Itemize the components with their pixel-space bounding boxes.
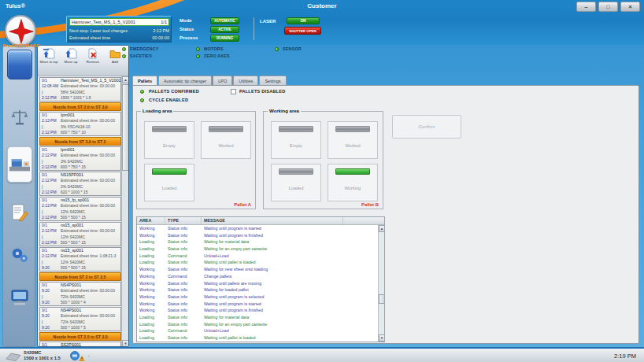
job-list-item[interactable]: 0/1 2:12 PM | 2:12 PM Ipm001 Estimated s… [39, 146, 121, 171]
move-to-top-button[interactable]: Move to top [38, 46, 60, 75]
job-list-item[interactable]: 0/1 2:12 PM | 2:12 PM NS15PF001 Estimate… [39, 172, 121, 196]
job-name: NS4PS001 [61, 308, 120, 313]
working-area-title: Working area [268, 109, 301, 113]
message-table-scrollbar[interactable]: ▲ ▼ [378, 225, 384, 342]
sidebar-item-home[interactable] [7, 50, 32, 79]
pallet-bar [279, 168, 313, 175]
safeties-led-icon [122, 54, 126, 58]
job-estimated-time: Estimated sheet time: 00:00:00 [61, 83, 120, 89]
job-list-scrollbar[interactable]: ▲ ▼ [121, 76, 128, 347]
sidebar-item-terminal[interactable] [7, 282, 32, 313]
scroll-down-icon[interactable]: ▼ [122, 340, 129, 347]
tab-utilities[interactable]: Utilities [233, 76, 258, 85]
nozzle-change-separator[interactable]: Nozzle from ST 3.0 to ST 2 [39, 137, 121, 146]
job-item-times: 0/1 2:13 PM | 2:12 PM [40, 113, 59, 135]
job-sheet-dimensions: 500 * 500 * 15 [61, 265, 120, 271]
pallets-disabled-checkbox[interactable] [231, 89, 236, 94]
col-type: TYPE [165, 217, 202, 224]
job-material: 12% S420MC [61, 235, 120, 240]
message-type: Command [165, 327, 202, 334]
message-area: Working [137, 294, 165, 301]
remove-button[interactable]: Remove [82, 46, 104, 75]
tab-lpo[interactable]: LPO [213, 76, 232, 85]
message-type: Status info [165, 238, 202, 246]
machine-warning-icon[interactable] [69, 351, 85, 362]
job-item-details: ns15_fp_sp001 Estimated sheet time: 00:0… [61, 198, 120, 220]
confirm-button[interactable]: Confirm [392, 115, 461, 139]
nozzle-change-separator[interactable]: Nozzle from ST 2.0 to ST 3.0 [39, 102, 121, 111]
job-slot: 0/1 [42, 248, 59, 253]
program-info-panel: Hannover_Test_MS_1_5_V2001 1/1 Next stop… [66, 16, 172, 42]
job-scroll-thumb[interactable] [122, 84, 129, 171]
job-material: 3% S420MC [61, 159, 120, 164]
nozzle-change-separator[interactable]: Nozzle from ST 2 to ST 2.5 [39, 272, 121, 281]
message-area: Working [137, 232, 165, 239]
job-list-item[interactable]: 0/1 2:12 PM | 9:20 ns15_sp001 Estimated … [39, 247, 121, 272]
job-time-connector: | [42, 184, 59, 190]
sidebar-item-tools[interactable] [7, 239, 32, 271]
zero-axes-led-icon [196, 54, 200, 58]
tulus-application-window: Tulus® Customer – □ × ProSOFTWARE Hannov… [0, 0, 644, 362]
message-type: Status info [165, 280, 202, 287]
next-stop-row: Next stop: Laser tool changes 2:12 PM [69, 28, 169, 34]
job-slot: 0/1 [42, 172, 59, 178]
window-controls: – □ × [576, 2, 640, 12]
scroll-down-icon[interactable]: ▼ [379, 334, 385, 342]
move-up-button[interactable]: Move up [60, 46, 82, 75]
job-time-connector: | [42, 260, 59, 265]
sidebar-item-reports[interactable] [7, 197, 32, 228]
job-sheet-dimensions: 600 * 750 * 15 [61, 164, 120, 170]
sidebar-item-scales[interactable] [7, 102, 32, 132]
cell-label: Empty [272, 143, 320, 148]
next-stop-label: Next stop: Laser tool changes [69, 28, 128, 34]
job-material: 12% S420MC [61, 260, 120, 265]
message-type: Status info [165, 314, 202, 321]
message-row: Working Status info Waiting until progra… [137, 294, 378, 301]
message-type: Status info [165, 232, 202, 239]
job-list-item[interactable]: 0/1 2:13 PM | 2:12 PM Ipm001 Estimated s… [39, 112, 121, 136]
message-text: Waiting for new sheet onto loading [202, 266, 378, 273]
sidebar-item-pallets[interactable] [7, 146, 32, 183]
message-area: Working [137, 301, 165, 308]
message-row: Working Status info Waiting until pallet… [137, 280, 378, 287]
message-text: Waiting until program is started [202, 225, 378, 232]
emergency-led-icon [122, 47, 126, 51]
report-icon [10, 203, 29, 222]
job-end-time: 9:20 [42, 265, 59, 271]
maximize-button[interactable]: □ [598, 2, 618, 12]
job-list-item[interactable]: 0/1 2:12 PM | 2:12 PM ns15_sp001 Estimat… [39, 222, 121, 246]
job-end-time: 2:12 PM [42, 95, 59, 101]
job-sheet-dimensions: 1500 * 1001 * 1.5 [61, 95, 120, 101]
job-item-times: 0/1 2:12 PM | 9:20 [40, 248, 59, 271]
nozzle-change-separator[interactable]: Nozzle from ST 2.5 to ST 2.0 [39, 332, 121, 341]
pallets-confirmed-label: PALLETS CONFIRMED [149, 89, 199, 94]
laser-shutter-button[interactable]: SHUTTER OPEN [284, 27, 321, 35]
scroll-up-icon[interactable]: ▲ [122, 76, 129, 83]
minimize-button[interactable]: – [576, 2, 596, 12]
job-list-item[interactable]: 0/1 2:13 PM | 2:12 PM ns15_fp_sp001 Esti… [39, 197, 121, 221]
job-end-time: 2:12 PM [42, 215, 59, 220]
pallets-disabled-label: PALLETS DISABLED [239, 89, 285, 94]
message-row: Loading Status info Waiting until pallet… [137, 259, 378, 266]
table-scroll-thumb[interactable] [379, 294, 385, 304]
message-type: Status info [165, 266, 202, 273]
loading-cell-empty: Empty [144, 121, 194, 159]
job-item-times: 0/1 2:12 PM | 2:12 PM [40, 147, 59, 170]
job-list-item[interactable]: 0/1 9:20 | 9:20 NS4PS001 Estimated sheet… [39, 282, 121, 306]
scroll-up-icon[interactable]: ▲ [379, 225, 385, 232]
job-list-item[interactable]: 0/1 12:08 AM | 2:12 PM Hannover_Test_MS_… [39, 77, 121, 102]
view-sidebar [2, 45, 35, 347]
tab-settings[interactable]: Settings [259, 76, 286, 85]
message-text: Waiting for loaded pallet [202, 286, 378, 294]
job-end-time: 9:20 [42, 300, 59, 305]
cell-label: Worked [328, 143, 377, 148]
tab-automatic-tip-changer[interactable]: Automatic tip changer [158, 76, 212, 85]
job-list-item[interactable]: 0/1 SS2PS001 [39, 342, 121, 347]
job-estimated-time: Estimated sheet time: 00:00:00 [61, 313, 120, 319]
message-row: Loading Status info Waiting for material… [137, 238, 378, 246]
job-list-item[interactable]: 0/1 9:20 | 9:20 NS4PS001 Estimated sheet… [39, 307, 121, 331]
laser-on-button[interactable]: ON [287, 17, 320, 24]
close-button[interactable]: × [620, 2, 640, 12]
next-stop-value: 2:12 PM [153, 28, 169, 34]
sheet-time-row: Estimated sheet time 00:00:00 [69, 35, 169, 41]
